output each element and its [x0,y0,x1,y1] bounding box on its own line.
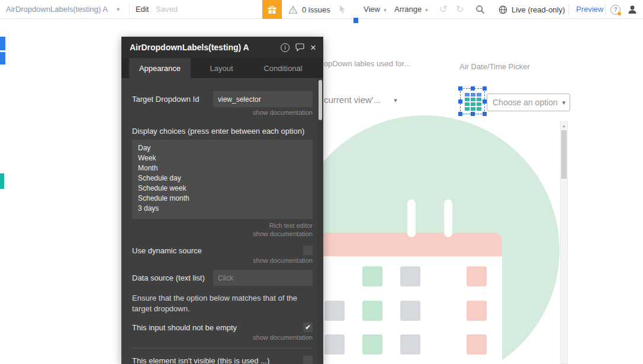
choice-line: Schedule month [138,194,307,204]
property-editor-header[interactable]: AirDropdownLabels(testing) A i × [121,37,323,58]
notification-dot [618,12,621,15]
calendar-cell [467,301,487,321]
calendar-cell [324,334,345,355]
toolbar-divider [605,4,606,15]
pointer-tool[interactable] [338,0,346,19]
dialog-title: AirDropdownLabels(testing) A [130,43,249,52]
calendar-cell [362,334,382,355]
canvas-scrollbar[interactable]: ▲ [560,121,568,364]
view-menu-label: View [364,5,380,14]
chevron-down-icon: ▾ [562,99,565,107]
choice-line: Week [138,153,307,163]
account-button[interactable] [627,0,638,19]
calendar-cell [324,301,345,321]
help-icon: ? [610,5,621,15]
not-empty-checkbox[interactable]: ✔ [303,323,313,332]
issues-indicator[interactable]: 0 issues [288,0,330,19]
clipped-checkbox[interactable] [303,356,313,364]
question-mark: ? [613,1,617,19]
chevron-down-icon: ▾ [394,96,397,104]
airdropdownlabels-element[interactable] [460,88,485,114]
show-documentation-link[interactable]: show documentation [132,109,313,116]
warning-icon [288,5,298,14]
bubble-editor: AirDropdownLabels(testing) A ▾ Edit Save… [0,0,643,364]
choice-line: Schedule week [138,183,307,194]
tab-appearance[interactable]: Appearance [129,58,191,78]
dialog-scrollbar-thumb[interactable] [319,80,322,120]
clipped-field-label: This element isn't visible (this is used… [132,356,269,364]
redo-button[interactable]: ↻ [456,0,464,19]
info-icon[interactable]: i [281,43,290,52]
clipped-element-fragment [0,37,5,50]
dialog-tabs: Appearance Layout Conditional [121,58,323,78]
calendar-cell [467,334,487,355]
choice-line: Schedule day [138,173,307,183]
scroll-up-icon[interactable]: ▲ [561,122,567,130]
data-source-input[interactable] [213,270,313,286]
choice-line: Day [138,143,307,153]
grid-icon [465,93,481,111]
show-documentation-link[interactable]: show documentation [132,334,313,341]
comment-icon[interactable] [295,43,304,51]
resize-handle[interactable] [483,86,487,91]
display-choices-editor[interactable]: Day Week Month Schedule day Schedule wee… [132,140,313,219]
search-button[interactable] [475,0,485,19]
close-icon[interactable]: × [310,43,316,52]
calendar-cell [467,266,487,286]
gift-button[interactable] [262,0,282,19]
top-toolbar: AirDropdownLabels(testing) A ▾ Edit Save… [0,0,643,19]
use-dynamic-source-label: Use dynamic source [132,246,202,255]
preview-button[interactable]: Preview [576,0,603,19]
search-icon [475,5,485,14]
calendar-cell [362,266,382,286]
edit-menu[interactable]: Edit [136,0,149,19]
occluded-caption-text[interactable]: opDown lables used for... [324,59,410,68]
calendar-cell [400,266,420,286]
help-button[interactable]: ? [610,0,621,19]
check-icon: ✔ [305,323,311,331]
scrollbar-thumb[interactable] [561,130,567,179]
view-selector-dropdown[interactable]: current view'... ▾ [324,95,397,105]
calendar-cell [400,334,420,355]
selection-handle[interactable] [353,18,358,23]
view-menu[interactable]: View▾ [364,0,386,19]
resize-handle[interactable] [483,112,487,116]
show-documentation-link[interactable]: show documentation [132,230,313,237]
data-source-label: Data source (text list) [132,273,205,282]
app-selector[interactable]: AirDropdownLabels(testing) A [6,0,108,19]
choice-line: Month [138,163,307,173]
dialog-body: Target Dropdown Id show documentation Di… [121,78,317,364]
use-dynamic-source-checkbox[interactable] [303,246,313,255]
resize-handle[interactable] [471,86,475,91]
target-dropdown-id-input[interactable] [213,91,313,107]
issues-count: 0 issues [302,1,330,19]
resize-handle[interactable] [458,99,462,104]
chevron-down-icon: ▾ [425,7,428,13]
tab-layout[interactable]: Layout [191,58,252,78]
arrange-menu[interactable]: Arrange▾ [394,0,428,19]
field-note: Ensure that the option below matches tha… [132,293,313,314]
environment-label: Live (read-only) [512,1,565,19]
display-choices-label: Display choices (press enter between eac… [132,127,313,136]
saved-status: Saved [156,0,178,19]
user-icon [627,4,638,15]
arrange-menu-label: Arrange [394,5,422,14]
clipped-element-fragment [0,173,4,189]
chevron-down-icon: ▾ [384,7,387,13]
choose-option-dropdown[interactable]: Choose an option ▾ [487,94,570,111]
dropdown-value: current view'... [324,95,381,105]
dialog-scrollbar[interactable] [317,78,323,364]
show-documentation-link[interactable]: show documentation [132,257,313,264]
resize-handle[interactable] [471,112,475,116]
tab-conditional[interactable]: Conditional [252,58,314,78]
resize-handle[interactable] [458,112,462,116]
datetime-picker-label[interactable]: Air Date/Time Picker [459,62,530,71]
rich-text-editor-link[interactable]: Rich text editor [132,222,313,229]
undo-button[interactable]: ↺ [439,0,447,19]
resize-handle[interactable] [483,99,487,104]
resize-handle[interactable] [458,86,462,91]
chevron-down-icon[interactable]: ▾ [117,0,120,19]
target-dropdown-id-label: Target Dropdown Id [132,95,199,104]
clipped-field-row: This element isn't visible (this is used… [132,348,313,364]
environment-selector[interactable]: Live (read-only) [499,0,565,19]
